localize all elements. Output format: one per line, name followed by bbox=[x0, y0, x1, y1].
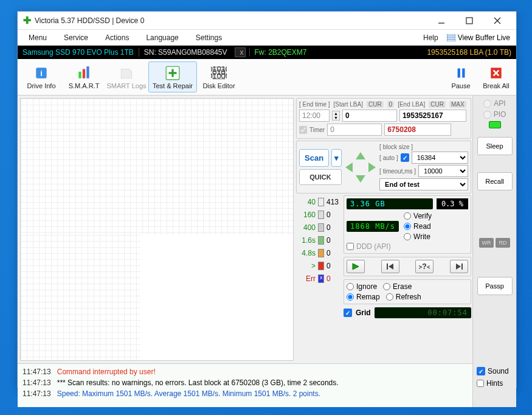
side-api[interactable]: API bbox=[483, 99, 505, 108]
action-erase[interactable]: Erase bbox=[383, 282, 412, 291]
side-pio[interactable]: PIO bbox=[483, 110, 506, 119]
tab-disk-editor[interactable]: 010101010101000 Disk Editor bbox=[198, 61, 240, 92]
device-close-icon[interactable]: x bbox=[235, 47, 246, 57]
nav-down-icon[interactable] bbox=[356, 175, 365, 183]
log-line-1: Command interrupted by user! bbox=[57, 366, 156, 377]
rd-indicator: RD bbox=[496, 238, 510, 248]
auto-checkbox[interactable]: ✓ bbox=[401, 153, 409, 162]
side-panel: API PIO Sleep Recall WR RD Passp bbox=[472, 96, 516, 363]
timer-end-input[interactable] bbox=[384, 124, 451, 136]
svg-rect-10 bbox=[78, 71, 81, 78]
break-all-button[interactable]: Break All bbox=[479, 61, 513, 92]
nav-right-icon[interactable] bbox=[368, 162, 376, 172]
action-refresh[interactable]: Refresh bbox=[386, 293, 421, 301]
progress-size: 3.36 GB bbox=[347, 198, 433, 209]
grid-checkbox[interactable]: ✓ bbox=[344, 309, 352, 317]
menu-language[interactable]: Language bbox=[137, 31, 187, 44]
scan-button[interactable]: Scan bbox=[299, 149, 329, 167]
nav-left-icon[interactable] bbox=[345, 162, 353, 172]
surface-map[interactable] bbox=[20, 98, 294, 361]
random-button[interactable]: ▷?◁ bbox=[415, 260, 434, 273]
svg-text:01000: 01000 bbox=[211, 71, 227, 80]
recall-button[interactable]: Recall bbox=[477, 172, 513, 190]
scan-dropdown[interactable]: ▾ bbox=[331, 149, 342, 167]
end-lba-input[interactable] bbox=[399, 110, 466, 122]
cur2-tag[interactable]: CUR bbox=[429, 101, 446, 108]
minimize-button[interactable] bbox=[427, 12, 455, 29]
scan-control-group: Scan ▾ QUICK [ block size ] [ auto ]✓ 16… bbox=[296, 141, 471, 194]
svg-marker-27 bbox=[353, 263, 359, 270]
app-icon: ✚ bbox=[22, 16, 31, 25]
step-back-button[interactable] bbox=[381, 260, 399, 273]
passp-button[interactable]: Passp bbox=[477, 277, 513, 295]
break-icon bbox=[488, 65, 504, 81]
close-button[interactable] bbox=[483, 12, 511, 29]
quick-button[interactable]: QUICK bbox=[299, 169, 342, 185]
start-lba-input[interactable] bbox=[342, 110, 397, 122]
log-panel[interactable]: 11:47:13Command interrupted by user! 11:… bbox=[18, 363, 472, 407]
action-remap[interactable]: Remap bbox=[347, 293, 380, 301]
menu-actions[interactable]: Actions bbox=[97, 31, 137, 44]
ddd-checkbox[interactable]: DDD (API) bbox=[347, 242, 468, 251]
mode-read[interactable]: Read bbox=[404, 222, 432, 231]
progress-group: 3.36 GB 0.3 % 1868 MB/s Verify Read Writ… bbox=[344, 195, 471, 254]
menu-help[interactable]: Help bbox=[415, 31, 447, 44]
stat-160: 0 bbox=[326, 211, 331, 219]
tab-smart[interactable]: S.M.A.R.T bbox=[63, 61, 105, 92]
menu-settings[interactable]: Settings bbox=[187, 31, 230, 44]
hints-checkbox[interactable]: Hints bbox=[477, 379, 513, 388]
logs-icon bbox=[119, 65, 134, 81]
progress-speed: 1868 MB/s bbox=[347, 221, 399, 232]
max-tag[interactable]: MAX bbox=[449, 101, 466, 108]
svg-text:▷?◁: ▷?◁ bbox=[419, 263, 430, 270]
info-icon: i bbox=[33, 65, 49, 81]
sound-checkbox[interactable]: ✓Sound bbox=[477, 367, 513, 375]
view-buffer-live[interactable]: View Buffer Live bbox=[447, 33, 514, 42]
timing-stats: 40413 1600 4000 1.6s0 4.8s0 >0 Errx0 bbox=[296, 195, 340, 285]
mode-write[interactable]: Write bbox=[404, 232, 432, 241]
device-firmware: Fw: 2B2QEXM7 bbox=[249, 48, 312, 57]
nav-diamond[interactable] bbox=[345, 152, 376, 183]
blocksize-label: [ block size ] bbox=[379, 144, 413, 150]
menu-menu[interactable]: Menu bbox=[20, 31, 55, 44]
device-info-bar: Samsung SSD 970 EVO Plus 1TB SN: S59ANG0… bbox=[18, 46, 516, 59]
test-icon bbox=[165, 65, 181, 81]
cur-tag[interactable]: CUR bbox=[367, 101, 384, 108]
auto-label: [ auto ] bbox=[379, 155, 398, 161]
endlba-label: [End LBA] bbox=[398, 101, 425, 108]
endtime-input[interactable] bbox=[299, 110, 330, 122]
lba-group: [ End time ] [Start LBA] CUR 0 [End LBA]… bbox=[296, 98, 471, 139]
menu-service[interactable]: Service bbox=[55, 31, 97, 44]
smart-icon bbox=[76, 65, 92, 81]
sleep-button[interactable]: Sleep bbox=[477, 137, 513, 155]
zero-tag[interactable]: 0 bbox=[387, 101, 395, 108]
action-ignore[interactable]: Ignore bbox=[347, 282, 377, 291]
svg-rect-11 bbox=[83, 69, 85, 78]
log-line-3: Speed: Maximum 1501 MB/s. Average 1501 M… bbox=[57, 388, 320, 399]
startlba-label: [Start LBA] bbox=[334, 101, 363, 108]
pause-button[interactable]: Pause bbox=[444, 61, 478, 92]
end-test-select[interactable]: End of test bbox=[379, 178, 468, 190]
mode-verify[interactable]: Verify bbox=[404, 212, 432, 220]
pause-icon bbox=[453, 65, 469, 81]
timeout-select[interactable]: 10000 bbox=[418, 165, 468, 177]
nav-up-icon[interactable] bbox=[356, 152, 365, 159]
blocksize-select[interactable]: 16384 bbox=[412, 152, 468, 164]
svg-rect-12 bbox=[86, 66, 89, 78]
tab-test-repair[interactable]: Test & Repair bbox=[148, 61, 197, 92]
maximize-button[interactable] bbox=[455, 12, 483, 29]
svg-rect-20 bbox=[458, 68, 460, 77]
wr-indicator: WR bbox=[479, 238, 494, 248]
device-model: Samsung SSD 970 EVO Plus 1TB bbox=[18, 48, 139, 57]
stat-4800: 0 bbox=[326, 249, 331, 257]
play-button[interactable] bbox=[347, 260, 365, 273]
timer-start-input[interactable] bbox=[327, 124, 382, 136]
scan-panel: [ End time ] [Start LBA] CUR 0 [End LBA]… bbox=[296, 96, 472, 363]
stat-bad: 0 bbox=[326, 262, 331, 270]
grid-label: Grid bbox=[356, 309, 371, 317]
tab-drive-info[interactable]: i Drive Info bbox=[21, 61, 62, 92]
playback-group: ▷?◁ bbox=[344, 257, 471, 276]
step-fwd-button[interactable] bbox=[450, 260, 468, 273]
hex-icon: 010101010101000 bbox=[211, 65, 227, 81]
endtime-label: [ End time ] bbox=[299, 101, 330, 108]
